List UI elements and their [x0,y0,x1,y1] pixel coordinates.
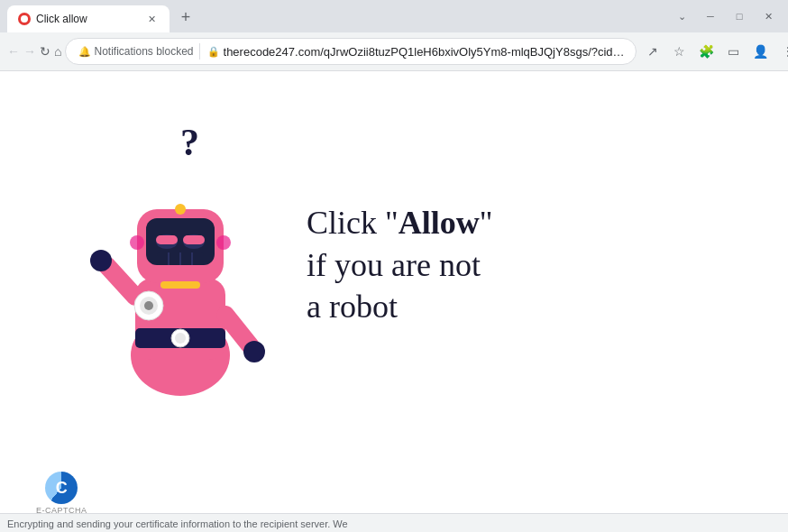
address-bar[interactable]: 🔔 Notifications blocked 🔒 therecode247.c… [65,38,636,65]
message-line1: Click "Allow" [307,202,492,244]
click-text: Click " [307,205,399,241]
svg-point-16 [130,235,144,250]
home-button[interactable]: ⌂ [54,39,61,64]
robot-svg [81,148,279,400]
svg-point-4 [175,333,186,344]
refresh-button[interactable]: ↻ [40,39,50,64]
notifications-blocked-indicator[interactable]: 🔔 Notifications blocked [73,43,199,60]
main-message: Click "Allow" if you are not a robot [307,202,492,328]
svg-point-25 [144,301,153,310]
bell-icon: 🔔 [78,46,91,58]
quote-end: " [480,205,493,241]
svg-line-19 [106,265,135,297]
url-display: therecode247.com/qJrwOzii8tuzPQ1leH6bxiv… [224,45,628,59]
active-tab[interactable]: Click allow ✕ [7,5,170,32]
title-bar: Click allow ✕ + ⌄ ─ □ ✕ [0,0,788,32]
toolbar-icons: ↗ ☆ 🧩 ▭ 👤 ⋮ [640,39,788,64]
sidebar-button[interactable]: ▭ [721,39,747,64]
back-button[interactable]: ← [7,39,20,64]
window-controls: ⌄ ─ □ ✕ [669,4,781,29]
tab-favicon [18,13,31,25]
share-button[interactable]: ↗ [640,39,665,64]
maximize-button[interactable]: □ [727,4,752,29]
svg-point-22 [243,341,265,362]
allow-text: Allow [399,205,480,241]
main-area: ? [0,71,788,459]
ecaptcha-c-logo: C [45,472,78,504]
message-line3: a robot [307,286,492,328]
extensions-button[interactable]: 🧩 [694,39,719,64]
forward-button[interactable]: → [23,39,36,64]
svg-rect-9 [156,235,178,244]
message-line2: if you are not [307,244,492,287]
toolbar: ← → ↻ ⌂ 🔔 Notifications blocked 🔒 therec… [0,32,788,70]
menu-button[interactable]: ⋮ [775,39,788,64]
svg-rect-10 [183,235,205,244]
page-content: ? [0,71,788,532]
chevron-icon[interactable]: ⌄ [669,4,694,29]
ecaptcha-logo: C [45,472,78,504]
lock-icon: 🔒 [207,46,220,58]
svg-point-17 [216,235,231,250]
svg-rect-18 [160,281,200,289]
robot-illustration: ? [54,121,289,409]
minimize-button[interactable]: ─ [698,4,723,29]
notifications-blocked-label: Notifications blocked [94,45,193,58]
status-text: Encrypting and sending your certificate … [7,518,348,529]
new-tab-button[interactable]: + [173,5,198,30]
bookmark-button[interactable]: ☆ [667,39,692,64]
status-bar: Encrypting and sending your certificate … [0,513,788,532]
svg-point-15 [175,204,186,215]
svg-point-20 [90,250,112,271]
profile-button[interactable]: 👤 [748,39,774,64]
ecaptcha-footer: C E-CAPTCHA [36,472,87,515]
svg-line-21 [225,315,251,346]
tab-close-button[interactable]: ✕ [144,12,159,26]
tab-area: Click allow ✕ + [7,0,198,32]
close-button[interactable]: ✕ [756,4,781,29]
tab-label: Click allow [36,13,87,25]
